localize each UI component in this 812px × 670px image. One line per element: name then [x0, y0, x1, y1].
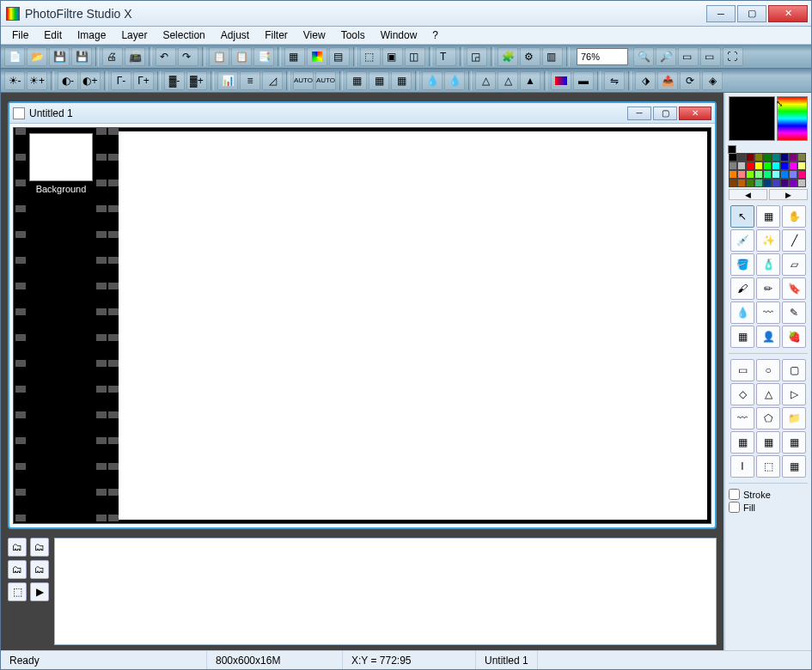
- new-button[interactable]: 📄: [4, 47, 25, 66]
- menu-layer[interactable]: Layer: [113, 27, 155, 43]
- circle-shape[interactable]: ○: [756, 359, 780, 381]
- distort-tool[interactable]: ▦: [730, 326, 754, 348]
- resize-button[interactable]: ⬚: [360, 47, 381, 66]
- smudge-tool[interactable]: 〰: [756, 302, 780, 324]
- diamond-shape[interactable]: ◇: [730, 383, 754, 405]
- auto-levels-button[interactable]: AUTO: [293, 71, 314, 90]
- options-shape[interactable]: ▦: [782, 455, 806, 478]
- levels-button[interactable]: ≡: [240, 71, 260, 90]
- palette-prev-button[interactable]: ◀: [729, 189, 767, 200]
- tree-button-1[interactable]: 🗂: [8, 538, 27, 557]
- palette-swatch[interactable]: [797, 170, 806, 179]
- menu-filter[interactable]: Filter: [257, 27, 296, 43]
- doc-minimize-button[interactable]: ─: [627, 107, 651, 120]
- palette-swatch[interactable]: [780, 153, 789, 161]
- canvas-size-button[interactable]: ▣: [382, 47, 403, 66]
- colors-button[interactable]: [307, 47, 327, 66]
- gradient-button[interactable]: [551, 71, 571, 90]
- hand-tool[interactable]: ✋: [782, 205, 806, 228]
- palette-swatch[interactable]: [729, 161, 737, 170]
- grid3-button[interactable]: ▦: [391, 71, 412, 90]
- brush-tool[interactable]: 🖌: [730, 277, 754, 300]
- tree-button-5[interactable]: ⬚: [8, 582, 27, 601]
- fullscreen-button[interactable]: ⛶: [723, 47, 743, 66]
- wand-tool[interactable]: ✨: [756, 229, 780, 252]
- redeye-tool[interactable]: 🍓: [782, 326, 806, 348]
- spray-tool[interactable]: 🧴: [756, 253, 780, 276]
- flip-h-button[interactable]: ⇋: [604, 71, 625, 90]
- palette-swatch[interactable]: [789, 161, 797, 170]
- module-button[interactable]: ▥: [542, 47, 563, 66]
- rgb-button[interactable]: ▦: [284, 47, 305, 66]
- crop-button[interactable]: ◲: [467, 47, 487, 66]
- palette-swatch[interactable]: [763, 170, 772, 179]
- palette-swatch[interactable]: [789, 179, 797, 187]
- palette-next-button[interactable]: ▶: [769, 189, 808, 200]
- contrast-plus-button[interactable]: ◐+: [80, 71, 101, 90]
- menu-view[interactable]: View: [296, 27, 333, 43]
- palette-swatch[interactable]: [746, 153, 754, 161]
- gamma-plus-button[interactable]: Γ+: [133, 71, 154, 90]
- blur-button[interactable]: 💧: [422, 71, 443, 90]
- blur-more-button[interactable]: 💧: [444, 71, 465, 90]
- paste-button[interactable]: 📋: [231, 47, 252, 66]
- palette-swatch[interactable]: [746, 170, 754, 179]
- grid3-shape[interactable]: ▦: [782, 431, 806, 454]
- pointer-tool[interactable]: ↖: [730, 205, 754, 228]
- pencil-tool[interactable]: ✏: [756, 277, 780, 300]
- menu-edit[interactable]: Edit: [36, 27, 70, 43]
- palette-swatch[interactable]: [772, 179, 780, 187]
- close-button[interactable]: ✕: [768, 5, 808, 22]
- print-button[interactable]: 🖨: [102, 47, 123, 66]
- triangle-right-shape[interactable]: ▷: [782, 383, 806, 405]
- palette-swatch[interactable]: [772, 161, 780, 170]
- menu-image[interactable]: Image: [70, 27, 113, 43]
- copy-button[interactable]: 📋: [209, 47, 229, 66]
- plugin-button[interactable]: 🧩: [498, 47, 518, 66]
- saturation-minus-button[interactable]: ▓-: [164, 71, 185, 90]
- auto-contrast-button[interactable]: AUTO: [315, 71, 336, 90]
- palette-swatch[interactable]: [737, 170, 746, 179]
- undo-button[interactable]: ↶: [156, 47, 176, 66]
- stamp-tool[interactable]: 🔖: [782, 277, 806, 300]
- menu-window[interactable]: Window: [373, 27, 425, 43]
- palette-swatch[interactable]: [797, 153, 806, 161]
- brightness-plus-button[interactable]: ☀+: [27, 71, 47, 90]
- palette-swatch[interactable]: [789, 170, 797, 179]
- gear-button[interactable]: ⚙: [520, 47, 540, 66]
- redo-button[interactable]: ↷: [178, 47, 198, 66]
- palette-swatch[interactable]: [763, 153, 772, 161]
- histogram-button[interactable]: 📊: [217, 71, 238, 90]
- color-sample-button[interactable]: ▬: [573, 71, 594, 90]
- zoom-input[interactable]: [577, 48, 628, 65]
- menu-tools[interactable]: Tools: [333, 27, 373, 43]
- eyedropper-tool[interactable]: 💉: [730, 229, 754, 252]
- palette-swatch[interactable]: [737, 179, 746, 187]
- menu-adjust[interactable]: Adjust: [213, 27, 257, 43]
- open-button[interactable]: 📂: [27, 47, 47, 66]
- triangle-shape[interactable]: △: [756, 383, 780, 405]
- palette-swatch[interactable]: [729, 170, 737, 179]
- rotate-button[interactable]: ⟳: [680, 71, 700, 90]
- log-panel[interactable]: [54, 538, 717, 645]
- folder-shape[interactable]: 📁: [782, 407, 806, 429]
- fit-button[interactable]: ◫: [405, 47, 425, 66]
- grid2-button[interactable]: ▦: [369, 71, 389, 90]
- palette-swatch[interactable]: [780, 161, 789, 170]
- tree-button-2[interactable]: 🗂: [30, 538, 49, 557]
- palette-swatch[interactable]: [754, 153, 763, 161]
- marquee-tool[interactable]: ▦: [756, 205, 780, 228]
- palette-swatch[interactable]: [729, 179, 737, 187]
- saturation-plus-button[interactable]: ▓+: [186, 71, 207, 90]
- palette-swatch[interactable]: [754, 179, 763, 187]
- palette-swatch[interactable]: [772, 170, 780, 179]
- fill-checkbox-row[interactable]: Fill: [729, 502, 808, 513]
- palette-swatch[interactable]: [754, 170, 763, 179]
- sharpen-more-button[interactable]: △: [498, 71, 518, 90]
- portrait-tool[interactable]: 👤: [756, 326, 780, 348]
- zoom-out-button[interactable]: 🔎: [656, 47, 676, 66]
- doc-maximize-button[interactable]: ▢: [653, 107, 677, 120]
- fill-checkbox[interactable]: [729, 502, 740, 513]
- palette-swatch[interactable]: [772, 153, 780, 161]
- curves-button[interactable]: ◿: [262, 71, 283, 90]
